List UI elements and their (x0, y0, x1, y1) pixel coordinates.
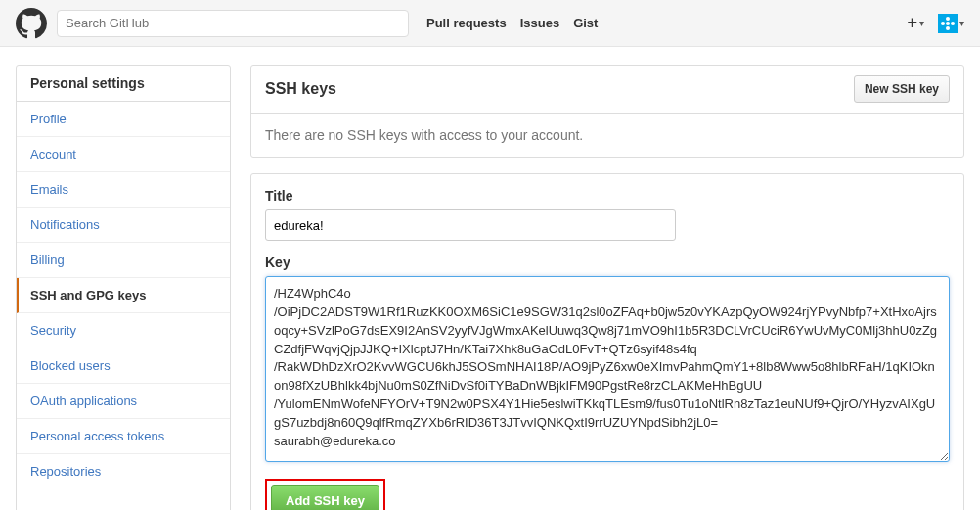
create-new-dropdown[interactable]: + ▾ (907, 13, 924, 33)
nav-gist[interactable]: Gist (573, 16, 598, 30)
panel-title: SSH keys (265, 80, 336, 98)
sidebar-item-notifications[interactable]: Notifications (17, 208, 230, 243)
title-label: Title (265, 188, 950, 204)
sidebar-item-oauth[interactable]: OAuth applications (17, 384, 230, 419)
sidebar-item-emails[interactable]: Emails (17, 172, 230, 208)
key-label: Key (265, 255, 950, 270)
highlight-annotation: Add SSH key (265, 479, 385, 510)
sidebar-item-profile[interactable]: Profile (17, 102, 230, 137)
top-header: Pull requests Issues Gist + ▾ ▾ (0, 0, 980, 47)
sidebar-item-blocked-users[interactable]: Blocked users (17, 348, 230, 384)
sidebar-item-security[interactable]: Security (17, 313, 230, 348)
settings-sidebar: Personal settings Profile Account Emails… (16, 65, 231, 510)
header-actions: + ▾ ▾ (907, 13, 964, 33)
new-ssh-key-button[interactable]: New SSH key (854, 75, 950, 103)
primary-nav: Pull requests Issues Gist (426, 16, 598, 30)
sidebar-item-account[interactable]: Account (17, 137, 230, 172)
ssh-keys-panel: SSH keys New SSH key There are no SSH ke… (250, 65, 964, 158)
add-ssh-key-button[interactable]: Add SSH key (271, 485, 379, 510)
sidebar-item-ssh-gpg[interactable]: SSH and GPG keys (17, 278, 230, 313)
sidebar-item-repositories[interactable]: Repositories (17, 454, 230, 488)
key-textarea[interactable] (265, 276, 950, 462)
title-input[interactable] (265, 209, 676, 241)
avatar-icon (938, 14, 958, 33)
caret-down-icon: ▾ (959, 18, 964, 28)
sidebar-heading: Personal settings (17, 66, 230, 102)
empty-state-message: There are no SSH keys with access to you… (251, 114, 963, 157)
main-content: SSH keys New SSH key There are no SSH ke… (250, 65, 964, 510)
user-menu-dropdown[interactable]: ▾ (938, 14, 964, 33)
plus-icon: + (907, 13, 917, 33)
add-key-form: Title Key Add SSH key (250, 173, 964, 510)
sidebar-item-tokens[interactable]: Personal access tokens (17, 419, 230, 454)
nav-issues[interactable]: Issues (520, 16, 559, 30)
sidebar-item-billing[interactable]: Billing (17, 243, 230, 278)
github-logo-icon[interactable] (16, 8, 47, 39)
nav-pull-requests[interactable]: Pull requests (426, 16, 507, 30)
search-input[interactable] (57, 10, 409, 37)
caret-down-icon: ▾ (919, 18, 924, 28)
